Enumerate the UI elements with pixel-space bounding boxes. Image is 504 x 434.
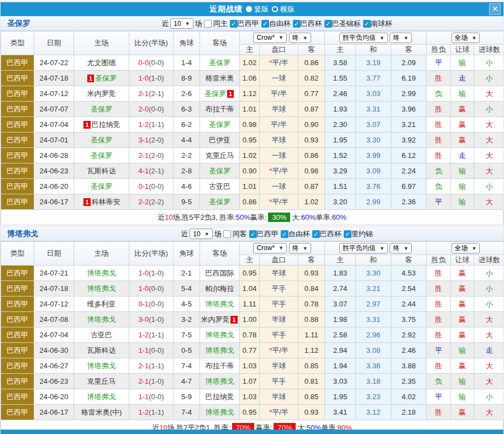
league-checkbox-checked[interactable]: ✓: [249, 230, 257, 238]
handicap-result-cell: 输: [451, 194, 474, 210]
away-team-cell: 古亚巴: [200, 179, 240, 194]
league-checkbox-checked[interactable]: ✓: [230, 20, 238, 28]
league-checkbox-checked[interactable]: ✓: [261, 20, 269, 28]
final-odds-select-2[interactable]: 终 ▼: [390, 33, 412, 43]
filter-bar: 近 10 ▼ 场 同主 ✓巴西甲✓自由杯✓巴西杯✓巴圣锦标✓南球杯: [112, 18, 392, 29]
team-label: 圣保罗: [204, 89, 226, 98]
away-team-cell: 布拉干蒂: [200, 102, 240, 117]
away-team-cell: 博塔弗戈: [200, 297, 240, 312]
chevron-down-icon: ▼: [403, 35, 408, 41]
sub-col-header-5: 客: [391, 45, 427, 55]
league-filter-label: 巴圣锦标: [332, 19, 361, 29]
handicap-label: 一球: [272, 182, 286, 190]
col-header-home: 主场: [74, 242, 129, 266]
league-cell: 巴西甲: [1, 389, 34, 405]
team-label: 圣保罗: [95, 74, 117, 82]
league-cell: 巴西甲: [1, 86, 34, 102]
corners-cell: 6-2: [174, 117, 200, 133]
team-label: 博塔弗戈: [206, 346, 234, 354]
team-label: 布拉干蒂: [206, 362, 234, 370]
col-header-home: 主场: [74, 31, 129, 55]
away-team-cell: 博塔弗戈: [200, 343, 240, 358]
league-checkbox-checked[interactable]: ✓: [293, 20, 301, 28]
match-row: 巴西甲 24-06-30 瓦斯科达 1-1(0-0) 0-5 博塔弗戈 0.77…: [1, 343, 504, 358]
win-odds-cell: 1.95: [325, 133, 356, 148]
fulltime-select[interactable]: 全场 ▼: [452, 33, 480, 43]
corners-cell: 4-7: [174, 374, 200, 389]
wdl-average-select[interactable]: 胜平负均值 ▼: [339, 33, 388, 43]
home-odds-cell: 0.95: [240, 266, 260, 281]
league-filter: ✓巴圣锦标: [324, 19, 361, 29]
score-cell: 0-1(0-0): [129, 297, 174, 312]
halftime-score: (0-0): [149, 105, 164, 113]
lose-odds-cell: 2.46: [391, 343, 427, 358]
halftime-score: (1-0): [149, 377, 164, 385]
wdl-average-select[interactable]: 胜平负均值 ▼: [339, 243, 388, 253]
halftime-score: (0-0): [149, 284, 164, 293]
date-cell: 24-07-04: [34, 117, 74, 133]
handicap-cell: 半球: [260, 312, 298, 327]
league-checkbox-checked[interactable]: ✓: [281, 230, 288, 238]
score-cell: 2-2(2-2): [129, 194, 174, 210]
asian-odds-group-header: Crow* ▼ 终 ▼: [240, 242, 325, 255]
odds-source-select[interactable]: Crow* ▼: [253, 33, 287, 43]
away-team-cell: 圣保罗1: [200, 86, 240, 102]
date-cell: 24-06-28: [34, 148, 74, 163]
lose-odds-cell: 2.54: [391, 281, 427, 297]
goals-result-cell: 小: [474, 281, 504, 297]
fulltime-score: 3-0: [138, 315, 149, 324]
same-venue-checkbox[interactable]: [223, 230, 231, 238]
lose-odds-cell: 3.92: [391, 133, 427, 148]
handicap-label: 半球: [272, 393, 286, 401]
match-row: 巴西甲 24-06-20 圣保罗 0-1(0-0) 4-6 古亚巴 1.01 一…: [1, 179, 504, 194]
final-odds-select-2[interactable]: 终 ▼: [390, 243, 412, 253]
team-label: 格雷米奥(中): [81, 408, 122, 416]
lose-odds-cell: 3.75: [391, 312, 427, 327]
draw-odds-cell: 2.97: [356, 297, 391, 312]
same-venue-checkbox[interactable]: [204, 20, 212, 28]
league-checkbox-checked[interactable]: ✓: [344, 230, 351, 238]
match-row: 巴西甲 24-06-28 圣保罗 2-1(2-0) 2-2 克里丘马 1.02 …: [1, 148, 504, 163]
red-card-badge: 1: [230, 316, 237, 324]
lose-odds-cell: 2.92: [391, 327, 427, 343]
red-card-badge: 1: [227, 90, 234, 98]
odds-source-select[interactable]: Crow* ▼: [253, 243, 287, 253]
window-title: 近期战绩: [209, 4, 243, 14]
red-card-badge: 1: [83, 198, 90, 206]
lose-odds-cell: 2.18: [391, 405, 427, 420]
league-checkbox-checked[interactable]: ✓: [363, 20, 371, 28]
goals-result-cell: 大: [474, 358, 504, 374]
match-row: 巴西甲 24-07-01 圣保罗 3-1(2-0) 4-4 巴伊亚 0.95 半…: [1, 133, 504, 148]
final-odds-select[interactable]: 终 ▼: [289, 33, 311, 43]
radio-vertical-layout[interactable]: 竖版: [246, 4, 269, 14]
goals-result-cell: 走: [474, 343, 504, 358]
team-label: 圣保罗: [209, 167, 230, 175]
draw-odds-cell: 3.36: [356, 358, 391, 374]
league-checkbox-checked[interactable]: ✓: [312, 230, 320, 238]
draw-odds-cell: 3.19: [356, 55, 391, 71]
final-odds-select[interactable]: 终 ▼: [289, 243, 311, 253]
date-cell: 24-06-20: [34, 389, 74, 405]
result-cell: 负: [427, 86, 451, 102]
lose-odds-cell: 2.24: [391, 163, 427, 179]
handicap-label: 平/半: [272, 346, 288, 354]
fulltime-select[interactable]: 全场 ▼: [452, 243, 480, 253]
sub-col-header-4: 和: [356, 45, 391, 55]
team-label: 米内罗竞: [87, 89, 116, 98]
away-team-cell: 博塔弗戈: [200, 374, 240, 389]
home-team-cell: 尤文图德: [74, 55, 129, 71]
goals-result-cell: 小: [474, 102, 504, 117]
close-icon[interactable]: ✕: [489, 3, 501, 15]
draw-odds-cell: 3.31: [356, 312, 391, 327]
league-filter-label: 自由杯: [288, 229, 310, 239]
chevron-down-icon: ▼: [472, 246, 477, 251]
bottom-bar: [1, 430, 503, 434]
home-odds-cell: 1.03: [240, 389, 260, 405]
corners-cell: 4-5: [174, 297, 200, 312]
score-cell: 1-0(1-0): [129, 266, 174, 281]
league-checkbox-checked[interactable]: ✓: [324, 20, 332, 28]
match-count-select[interactable]: 10 ▼: [170, 18, 193, 29]
radio-horizontal-layout[interactable]: 横版: [272, 4, 295, 14]
handicap-label: 平/半: [271, 120, 287, 129]
match-count-select[interactable]: 10 ▼: [190, 229, 212, 239]
